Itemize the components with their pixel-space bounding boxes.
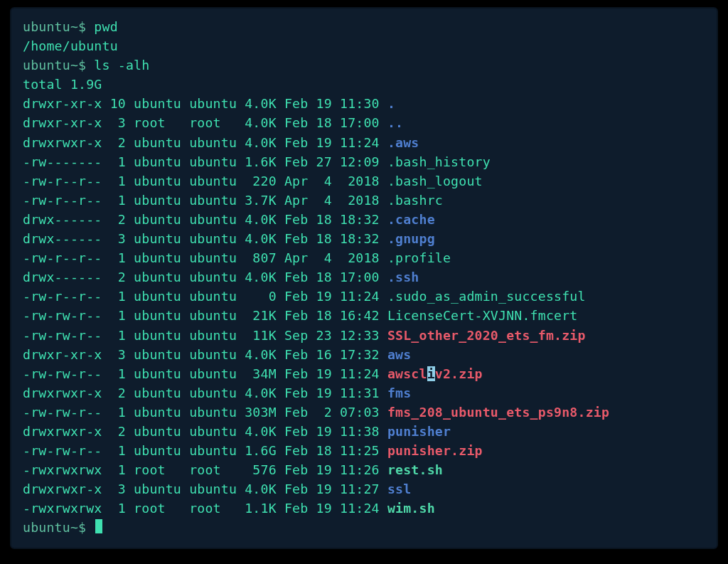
- ls-row: drwxrwxr-x 2 ubuntu ubuntu 4.0K Feb 19 1…: [23, 383, 705, 403]
- ls-row: drwx------ 2 ubuntu ubuntu 4.0K Feb 18 1…: [23, 210, 705, 229]
- ls-meta: -rw-r--r-- 1 ubuntu ubuntu 220 Apr 4 201…: [23, 174, 387, 188]
- shell-prompt: ubuntu~$: [23, 19, 94, 34]
- ls-row: -rw-rw-r-- 1 ubuntu ubuntu 11K Sep 23 12…: [23, 326, 705, 345]
- ls-meta: drwxrwxr-x 2 ubuntu ubuntu 4.0K Feb 19 1…: [23, 424, 387, 439]
- ls-meta: drwxrwxr-x 3 ubuntu ubuntu 4.0K Feb 19 1…: [23, 481, 387, 496]
- ls-filename: .profile: [387, 250, 451, 265]
- prompt-line-1: ubuntu~$ pwd: [23, 17, 705, 36]
- ls-row: -rw-r--r-- 1 ubuntu ubuntu 220 Apr 4 201…: [23, 171, 705, 191]
- ls-filename: aws: [387, 347, 411, 362]
- ls-row: drwxrwxr-x 2 ubuntu ubuntu 4.0K Feb 19 1…: [23, 133, 705, 152]
- ls-meta: -rw-r--r-- 1 ubuntu ubuntu 3.7K Apr 4 20…: [23, 193, 387, 208]
- ls-meta: -rw-r--r-- 1 ubuntu ubuntu 0 Feb 19 11:2…: [23, 289, 387, 304]
- ls-meta: -rwxrwxrwx 1 root root 576 Feb 19 11:26: [23, 462, 387, 477]
- ls-row: drwxrwxr-x 2 ubuntu ubuntu 4.0K Feb 19 1…: [23, 422, 705, 441]
- ls-meta: drwx------ 2 ubuntu ubuntu 4.0K Feb 18 1…: [23, 270, 387, 284]
- ls-filename: .sudo_as_admin_successful: [387, 289, 586, 304]
- ls-meta: -rw-rw-r-- 1 ubuntu ubuntu 34M Feb 19 11…: [23, 366, 387, 381]
- ls-filename: LicenseCert-XVJNN.fmcert: [387, 308, 578, 323]
- ls-row: drwxr-xr-x 3 root root 4.0K Feb 18 17:00…: [23, 113, 705, 132]
- ls-filename: SSL_other_2020_ets_fm.zip: [387, 328, 586, 343]
- shell-prompt: ubuntu~$: [23, 520, 94, 535]
- ls-meta: drwxrwxr-x 2 ubuntu ubuntu 4.0K Feb 19 1…: [23, 135, 387, 150]
- ls-meta: -rw-rw-r-- 1 ubuntu ubuntu 21K Feb 18 16…: [23, 308, 387, 323]
- ls-filename: .ssh: [387, 270, 419, 284]
- ls-meta: drwxr-xr-x 3 root root 4.0K Feb 18 17:00: [23, 115, 387, 130]
- ls-filename: .cache: [387, 212, 435, 227]
- ls-row: -rw-r--r-- 1 ubuntu ubuntu 807 Apr 4 201…: [23, 248, 705, 267]
- ls-row: -rw-r--r-- 1 ubuntu ubuntu 3.7K Apr 4 20…: [23, 191, 705, 210]
- ls-filename: fms_208_ubuntu_ets_ps9n8.zip: [387, 405, 609, 420]
- prompt-line-3[interactable]: ubuntu~$: [23, 518, 705, 537]
- ls-meta: drwx------ 2 ubuntu ubuntu 4.0K Feb 18 1…: [23, 212, 387, 227]
- ls-meta: -rw-rw-r-- 1 ubuntu ubuntu 1.6G Feb 18 1…: [23, 443, 387, 458]
- ls-row: -rw-r--r-- 1 ubuntu ubuntu 0 Feb 19 11:2…: [23, 287, 705, 306]
- ls-total: total 1.9G: [23, 75, 705, 94]
- ls-row: -rwxrwxrwx 1 root root 576 Feb 19 11:26 …: [23, 460, 705, 479]
- ls-filename: .bashrc: [387, 193, 443, 208]
- ls-filename: .bash_history: [387, 154, 491, 169]
- ls-meta: drwxrwxr-x 2 ubuntu ubuntu 4.0K Feb 19 1…: [23, 385, 387, 400]
- command-pwd: pwd: [94, 19, 117, 34]
- ls-filename: .bash_logout: [387, 174, 483, 188]
- ls-row: drwxrwxr-x 3 ubuntu ubuntu 4.0K Feb 19 1…: [23, 479, 705, 499]
- terminal-window[interactable]: ubuntu~$ pwd /home/ubuntu ubuntu~$ ls -a…: [10, 7, 718, 549]
- cursor-block: [95, 519, 102, 533]
- ls-filename: punisher.zip: [387, 443, 483, 458]
- ls-row: -rw------- 1 ubuntu ubuntu 1.6K Feb 27 1…: [23, 152, 705, 171]
- ls-row: -rwxrwxrwx 1 root root 1.1K Feb 19 11:24…: [23, 499, 705, 518]
- ls-row: drwx------ 2 ubuntu ubuntu 4.0K Feb 18 1…: [23, 267, 705, 287]
- ls-row: -rw-rw-r-- 1 ubuntu ubuntu 21K Feb 18 16…: [23, 306, 705, 325]
- ls-row: drwxr-xr-x 3 ubuntu ubuntu 4.0K Feb 16 1…: [23, 345, 705, 364]
- ls-filename: rest.sh: [387, 462, 443, 477]
- ls-filename: .: [387, 96, 395, 111]
- ls-filename: wim.sh: [387, 501, 435, 516]
- pwd-output: /home/ubuntu: [23, 36, 705, 55]
- ls-meta: drwxr-xr-x 3 ubuntu ubuntu 4.0K Feb 16 1…: [23, 347, 387, 362]
- ls-meta: -rw-rw-r-- 1 ubuntu ubuntu 303M Feb 2 07…: [23, 405, 387, 420]
- ls-filename: fms: [387, 385, 411, 400]
- shell-prompt: ubuntu~$: [23, 58, 94, 73]
- prompt-line-2: ubuntu~$ ls -alh: [23, 55, 705, 75]
- ls-row: -rw-rw-r-- 1 ubuntu ubuntu 34M Feb 19 11…: [23, 364, 705, 383]
- ls-row: -rw-rw-r-- 1 ubuntu ubuntu 1.6G Feb 18 1…: [23, 441, 705, 460]
- ls-filename: punisher: [387, 424, 451, 439]
- text-cursor-icon: i: [427, 366, 435, 381]
- ls-meta: -rwxrwxrwx 1 root root 1.1K Feb 19 11:24: [23, 501, 387, 516]
- ls-filename: awscliv2.zip: [387, 366, 483, 381]
- ls-filename: .aws: [387, 135, 419, 150]
- ls-row: drwxr-xr-x 10 ubuntu ubuntu 4.0K Feb 19 …: [23, 94, 705, 113]
- ls-listing: drwxr-xr-x 10 ubuntu ubuntu 4.0K Feb 19 …: [23, 94, 705, 518]
- ls-meta: -rw-rw-r-- 1 ubuntu ubuntu 11K Sep 23 12…: [23, 328, 387, 343]
- ls-filename: ..: [387, 115, 403, 130]
- ls-meta: -rw------- 1 ubuntu ubuntu 1.6K Feb 27 1…: [23, 154, 387, 169]
- ls-filename: .gnupg: [387, 231, 435, 246]
- ls-meta: -rw-r--r-- 1 ubuntu ubuntu 807 Apr 4 201…: [23, 250, 387, 265]
- command-ls: ls -alh: [94, 58, 149, 73]
- ls-meta: drwx------ 3 ubuntu ubuntu 4.0K Feb 18 1…: [23, 231, 387, 246]
- ls-row: drwx------ 3 ubuntu ubuntu 4.0K Feb 18 1…: [23, 229, 705, 248]
- ls-row: -rw-rw-r-- 1 ubuntu ubuntu 303M Feb 2 07…: [23, 403, 705, 422]
- ls-meta: drwxr-xr-x 10 ubuntu ubuntu 4.0K Feb 19 …: [23, 96, 387, 111]
- ls-filename: ssl: [387, 481, 411, 496]
